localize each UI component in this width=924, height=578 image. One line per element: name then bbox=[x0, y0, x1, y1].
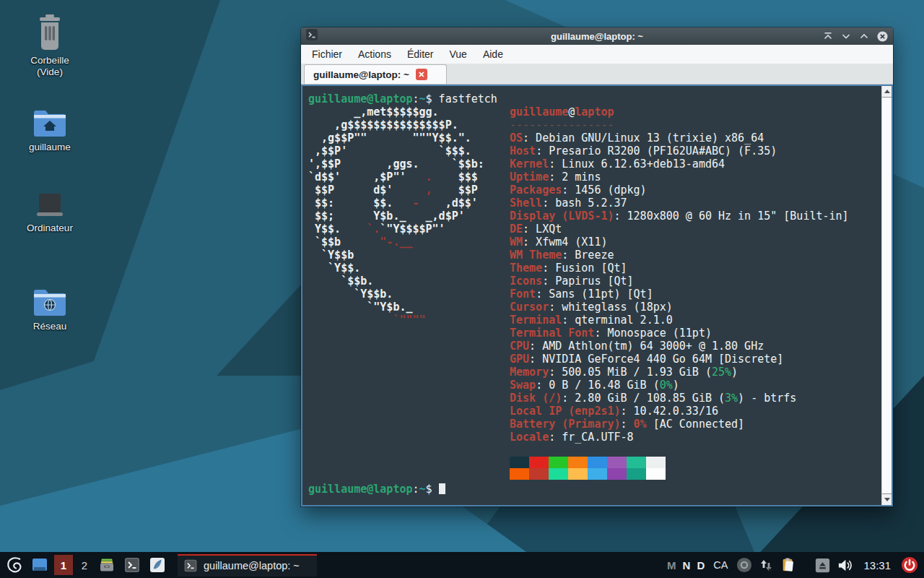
maximize-button[interactable] bbox=[859, 31, 869, 41]
terminal-tab[interactable]: guillaume@laptop: ~ ✕ bbox=[304, 64, 447, 84]
palette-swatch bbox=[549, 457, 568, 468]
clock[interactable]: 13:31 bbox=[863, 559, 891, 571]
computer-icon bbox=[12, 192, 87, 220]
menu-editer[interactable]: Éditer bbox=[407, 48, 434, 60]
power-icon bbox=[901, 556, 918, 574]
palette-swatch bbox=[607, 457, 627, 468]
terminal-icon bbox=[123, 556, 141, 574]
fastfetch-ascii-logo: _,met$$$$$gg. ,g$$$$$$$$$$$$$$$P. ,g$$P"… bbox=[308, 105, 484, 327]
num-lock-indicator[interactable]: N bbox=[683, 559, 691, 571]
palette-swatch bbox=[549, 468, 568, 480]
terminal-window: guillaume@laptop: ~ bbox=[301, 27, 893, 506]
palette-swatch bbox=[627, 468, 646, 480]
menu-fichier[interactable]: Fichier bbox=[312, 48, 342, 60]
quicklaunch-featherpad-button[interactable] bbox=[147, 554, 168, 576]
drawer-icon bbox=[98, 556, 116, 574]
palette-swatch bbox=[646, 468, 666, 480]
shade-button[interactable] bbox=[823, 31, 833, 41]
tab-label: guillaume@laptop: ~ bbox=[313, 69, 409, 80]
workspace-1-button[interactable]: 1 bbox=[54, 555, 73, 575]
home-folder-icon bbox=[12, 107, 87, 139]
system-tray: M N D CA bbox=[667, 556, 920, 574]
tray-eject-icon[interactable] bbox=[815, 558, 830, 573]
leave-button[interactable] bbox=[901, 556, 918, 574]
show-desktop-button[interactable] bbox=[29, 554, 51, 576]
menu-bar: Fichier Actions Éditer Vue Aide bbox=[301, 45, 893, 64]
palette-swatch bbox=[588, 457, 607, 468]
palette-swatch bbox=[627, 457, 646, 468]
tab-bar: guillaume@laptop: ~ ✕ bbox=[301, 64, 893, 85]
quicklaunch-drawer-button[interactable] bbox=[96, 554, 118, 576]
desktop-icon-trash[interactable]: Corbeille (Vide) bbox=[12, 13, 87, 78]
menu-vue[interactable]: Vue bbox=[450, 48, 467, 60]
network-folder-icon bbox=[12, 286, 87, 318]
ansi-palette-row1 bbox=[510, 457, 666, 468]
caps-lock-indicator[interactable]: M bbox=[667, 559, 676, 571]
terminal-icon bbox=[183, 558, 198, 573]
scrollbar[interactable] bbox=[881, 86, 892, 505]
minimize-button[interactable] bbox=[841, 31, 851, 41]
debian-swirl-icon bbox=[5, 556, 25, 575]
palette-swatch bbox=[607, 468, 627, 480]
terminal-cursor bbox=[439, 483, 445, 494]
menu-actions[interactable]: Actions bbox=[358, 48, 391, 60]
window-titlebar[interactable]: guillaume@laptop: ~ bbox=[301, 27, 893, 45]
taskbar-window-label: guillaume@laptop: ~ bbox=[204, 560, 300, 571]
palette-swatch bbox=[588, 468, 607, 480]
tray-clipboard-icon[interactable] bbox=[780, 557, 796, 573]
palette-swatch bbox=[646, 457, 666, 468]
trash-icon bbox=[12, 13, 87, 52]
tray-disk-icon[interactable] bbox=[736, 557, 752, 573]
desktop-icon bbox=[31, 556, 48, 574]
tab-close-icon[interactable]: ✕ bbox=[416, 69, 427, 80]
palette-swatch bbox=[510, 468, 529, 480]
desktop-icon-computer[interactable]: Ordinateur bbox=[12, 192, 87, 234]
scroll-up-icon[interactable] bbox=[882, 86, 892, 97]
palette-swatch bbox=[529, 468, 549, 480]
tray-network-icon[interactable] bbox=[759, 558, 774, 573]
menu-aide[interactable]: Aide bbox=[483, 48, 503, 60]
fastfetch-info: guillaume@laptop ---------------- OS: De… bbox=[510, 105, 849, 444]
palette-swatch bbox=[568, 468, 588, 480]
taskbar: 1 2 guillaume@laptop bbox=[0, 552, 924, 578]
terminal-viewport[interactable]: guillaume@laptop:~$ fastfetch _,met$$$$$… bbox=[301, 85, 893, 506]
palette-swatch bbox=[510, 457, 529, 468]
close-button[interactable] bbox=[877, 31, 888, 42]
desktop-icon-label: Corbeille (Vide) bbox=[12, 55, 87, 78]
feather-icon bbox=[149, 556, 166, 574]
scrollbar-thumb[interactable] bbox=[882, 97, 892, 494]
keyboard-layout-indicator[interactable]: CA bbox=[713, 559, 728, 571]
terminal-prompt-line: guillaume@laptop:~$ fastfetch bbox=[308, 92, 497, 105]
taskbar-window-button[interactable]: guillaume@laptop: ~ bbox=[178, 554, 317, 577]
scroll-lock-indicator[interactable]: D bbox=[697, 559, 705, 571]
terminal-prompt-current: guillaume@laptop:~$ bbox=[308, 483, 445, 496]
application-menu-button[interactable] bbox=[4, 554, 25, 576]
window-title: guillaume@laptop: ~ bbox=[301, 31, 893, 42]
desktop-icon-label: guillaume bbox=[12, 142, 87, 153]
desktop-icon-network[interactable]: Réseau bbox=[12, 286, 87, 332]
palette-swatch bbox=[568, 457, 588, 468]
desktop-icon-home-folder[interactable]: guillaume bbox=[12, 107, 87, 153]
quicklaunch-terminal-button[interactable] bbox=[121, 554, 143, 576]
workspace-2-button[interactable]: 2 bbox=[77, 555, 92, 575]
volume-icon[interactable] bbox=[837, 557, 853, 574]
desktop-icon-label: Réseau bbox=[12, 321, 87, 332]
scroll-down-icon[interactable] bbox=[882, 494, 892, 505]
palette-swatch bbox=[529, 457, 549, 468]
desktop-icon-label: Ordinateur bbox=[12, 223, 87, 234]
ansi-palette-row2 bbox=[510, 468, 666, 480]
